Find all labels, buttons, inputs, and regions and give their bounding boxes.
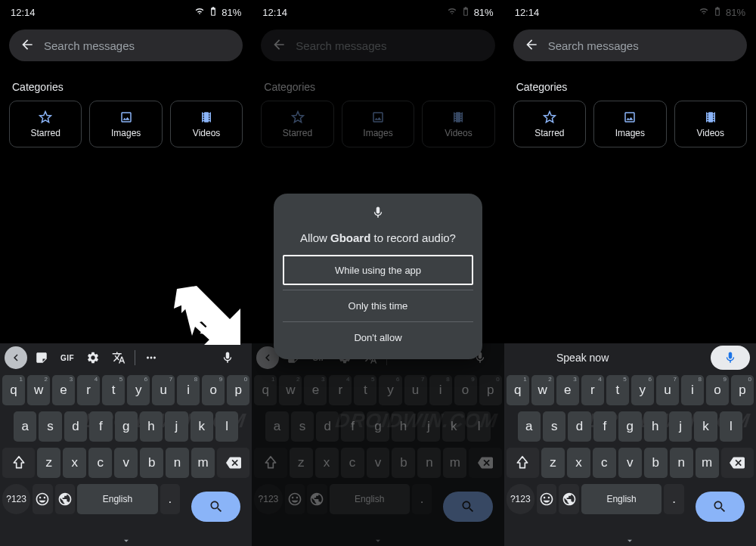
key-q[interactable]: q1 xyxy=(507,375,529,405)
allow-while-using-button[interactable]: While using the app xyxy=(283,255,473,285)
search-key[interactable] xyxy=(443,492,492,522)
key-u[interactable]: u7 xyxy=(152,375,175,405)
key-g[interactable]: g xyxy=(618,411,641,442)
category-images[interactable]: Images xyxy=(89,101,162,147)
key-f[interactable]: f xyxy=(89,411,112,442)
symbols-key[interactable]: ?123 xyxy=(507,484,534,514)
emoji-key[interactable] xyxy=(33,484,53,514)
key-g[interactable]: g xyxy=(367,411,389,442)
category-starred[interactable]: Starred xyxy=(513,101,586,147)
search-key[interactable] xyxy=(696,492,745,522)
key-x[interactable]: x xyxy=(315,448,339,478)
category-starred[interactable]: Starred xyxy=(261,101,333,147)
space-key[interactable]: English xyxy=(77,484,157,514)
key-d[interactable]: d xyxy=(568,411,590,442)
more-icon[interactable] xyxy=(140,346,163,369)
key-j[interactable]: j xyxy=(417,411,440,442)
key-c[interactable]: c xyxy=(88,448,112,478)
key-x[interactable]: x xyxy=(567,448,590,478)
key-z[interactable]: z xyxy=(290,448,313,478)
key-o[interactable]: o9 xyxy=(202,375,225,405)
key-i[interactable]: i8 xyxy=(681,375,704,405)
key-t[interactable]: t5 xyxy=(606,375,629,405)
only-this-time-button[interactable]: Only this time xyxy=(283,290,473,321)
space-key[interactable]: English xyxy=(330,484,410,514)
category-images[interactable]: Images xyxy=(342,101,414,147)
key-c[interactable]: c xyxy=(341,448,364,478)
key-i[interactable]: i8 xyxy=(429,375,452,405)
category-starred[interactable]: Starred xyxy=(9,101,82,147)
key-h[interactable]: h xyxy=(140,411,163,442)
key-u[interactable]: u7 xyxy=(404,375,427,405)
key-l[interactable]: l xyxy=(720,411,742,442)
key-w[interactable]: w2 xyxy=(27,375,50,405)
key-p[interactable]: p0 xyxy=(479,375,502,405)
key-c[interactable]: c xyxy=(593,448,616,478)
key-d[interactable]: d xyxy=(64,411,87,442)
key-v[interactable]: v xyxy=(367,448,390,478)
key-x[interactable]: x xyxy=(63,448,86,478)
gear-icon[interactable] xyxy=(82,346,104,369)
key-n[interactable]: n xyxy=(166,448,189,478)
key-k[interactable]: k xyxy=(442,411,465,442)
key-f[interactable]: f xyxy=(593,411,616,442)
backspace-key[interactable] xyxy=(217,448,249,478)
emoji-key[interactable] xyxy=(537,484,557,514)
key-r[interactable]: r4 xyxy=(77,375,100,405)
period-key[interactable]: . xyxy=(412,484,432,514)
key-b[interactable]: b xyxy=(392,448,415,478)
key-z[interactable]: z xyxy=(541,448,565,478)
backspace-key[interactable] xyxy=(469,448,501,478)
shift-key[interactable] xyxy=(507,448,539,478)
key-o[interactable]: o9 xyxy=(706,375,729,405)
dont-allow-button[interactable]: Don't allow xyxy=(283,321,473,353)
key-h[interactable]: h xyxy=(644,411,667,442)
search-key[interactable] xyxy=(191,492,240,522)
key-l[interactable]: l xyxy=(215,411,238,442)
search-bar[interactable]: Search messages xyxy=(513,29,747,61)
key-q[interactable]: q1 xyxy=(2,375,25,405)
category-videos[interactable]: Videos xyxy=(170,101,243,147)
key-l[interactable]: l xyxy=(467,411,490,442)
key-u[interactable]: u7 xyxy=(656,375,679,405)
category-videos[interactable]: Videos xyxy=(422,101,494,147)
key-y[interactable]: y6 xyxy=(127,375,150,405)
key-e[interactable]: e3 xyxy=(304,375,327,405)
key-b[interactable]: b xyxy=(140,448,163,478)
back-icon[interactable] xyxy=(271,37,287,54)
key-r[interactable]: r4 xyxy=(581,375,604,405)
emoji-key[interactable] xyxy=(285,484,305,514)
search-bar[interactable]: Search messages xyxy=(9,29,243,61)
search-bar[interactable]: Search messages xyxy=(261,29,494,61)
key-a[interactable]: a xyxy=(14,411,36,442)
symbols-key[interactable]: ?123 xyxy=(2,484,30,514)
symbols-key[interactable]: ?123 xyxy=(254,484,282,514)
key-k[interactable]: k xyxy=(191,411,213,442)
key-j[interactable]: j xyxy=(165,411,187,442)
key-t[interactable]: t5 xyxy=(354,375,376,405)
translate-icon[interactable] xyxy=(107,346,130,369)
key-g[interactable]: g xyxy=(115,411,138,442)
key-e[interactable]: e3 xyxy=(52,375,75,405)
key-a[interactable]: a xyxy=(265,411,288,442)
key-s[interactable]: s xyxy=(291,411,314,442)
key-s[interactable]: s xyxy=(39,411,61,442)
key-t[interactable]: t5 xyxy=(102,375,125,405)
key-f[interactable]: f xyxy=(341,411,364,442)
key-v[interactable]: v xyxy=(114,448,138,478)
key-n[interactable]: n xyxy=(417,448,441,478)
key-p[interactable]: p0 xyxy=(731,375,754,405)
backspace-key[interactable] xyxy=(721,448,754,478)
chevron-left-icon[interactable] xyxy=(5,346,27,369)
key-p[interactable]: p0 xyxy=(227,375,249,405)
globe-key[interactable] xyxy=(55,484,76,514)
key-b[interactable]: b xyxy=(644,448,668,478)
key-j[interactable]: j xyxy=(669,411,692,442)
key-w[interactable]: w2 xyxy=(531,375,554,405)
key-e[interactable]: e3 xyxy=(556,375,579,405)
key-m[interactable]: m xyxy=(443,448,466,478)
gif-button[interactable]: GIF xyxy=(56,346,79,369)
key-n[interactable]: n xyxy=(670,448,693,478)
globe-key[interactable] xyxy=(307,484,327,514)
sticker-icon[interactable] xyxy=(30,346,53,369)
